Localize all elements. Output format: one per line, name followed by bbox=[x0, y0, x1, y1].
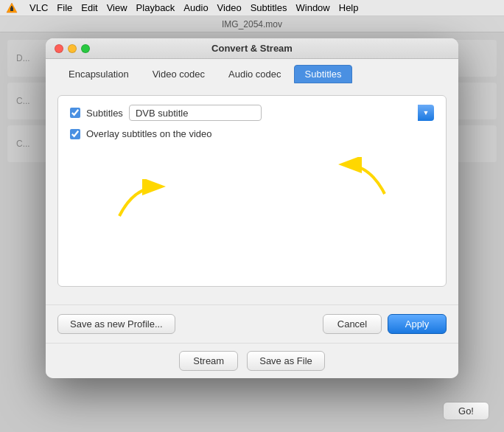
save-as-file-button[interactable]: Save as File bbox=[247, 351, 325, 371]
apply-button[interactable]: Apply bbox=[388, 314, 447, 334]
maximize-button[interactable] bbox=[81, 44, 90, 53]
modal-overlay: Convert & Stream Encapsulation Video cod… bbox=[0, 16, 504, 432]
menu-edit[interactable]: Edit bbox=[81, 2, 97, 13]
menu-view[interactable]: View bbox=[107, 2, 127, 13]
menu-help[interactable]: Help bbox=[339, 2, 359, 13]
dialog-titlebar: Convert & Stream bbox=[46, 38, 458, 59]
stream-button[interactable]: Stream bbox=[179, 351, 238, 371]
cancel-button[interactable]: Cancel bbox=[323, 314, 382, 334]
dialog-title: Convert & Stream bbox=[211, 43, 293, 54]
menu-audio[interactable]: Audio bbox=[183, 2, 208, 13]
traffic-lights bbox=[55, 44, 90, 53]
convert-stream-dialog: Convert & Stream Encapsulation Video cod… bbox=[46, 38, 458, 378]
tab-subtitles[interactable]: Subtitles bbox=[294, 65, 353, 83]
menu-subtitles[interactable]: Subtitles bbox=[251, 2, 287, 13]
tab-video-codec[interactable]: Video codec bbox=[141, 65, 216, 83]
tab-bar: Encapsulation Video codec Audio codec Su… bbox=[46, 59, 458, 83]
select-arrow-icon bbox=[418, 105, 434, 121]
subtitles-label: Subtitles bbox=[86, 108, 123, 119]
dialog-bottom: Stream Save as File bbox=[46, 343, 458, 378]
menu-file[interactable]: File bbox=[57, 2, 72, 13]
menu-window[interactable]: Window bbox=[296, 2, 330, 13]
tab-encapsulation[interactable]: Encapsulation bbox=[57, 65, 140, 83]
menu-playback[interactable]: Playback bbox=[136, 2, 175, 13]
close-button[interactable] bbox=[55, 44, 63, 53]
minimize-button[interactable] bbox=[68, 44, 77, 53]
save-profile-button[interactable]: Save as new Profile... bbox=[57, 314, 175, 334]
footer-right-buttons: Cancel Apply bbox=[323, 314, 447, 334]
overlay-row: Overlay subtitles on the video bbox=[70, 128, 434, 139]
overlay-checkbox[interactable] bbox=[70, 129, 80, 139]
svg-rect-2 bbox=[11, 6, 13, 7]
options-area: Subtitles DVB subtitle WEBVTT SubRip (SR… bbox=[57, 95, 447, 287]
subtitle-select-wrapper: DVB subtitle WEBVTT SubRip (SRT) Advance… bbox=[129, 105, 434, 121]
subtitles-checkbox[interactable] bbox=[70, 108, 80, 118]
overlay-label: Overlay subtitles on the video bbox=[86, 128, 212, 139]
menu-vlc[interactable]: VLC bbox=[29, 2, 48, 13]
dialog-footer: Save as new Profile... Cancel Apply bbox=[46, 304, 458, 343]
menu-video[interactable]: Video bbox=[217, 2, 242, 13]
subtitles-row: Subtitles DVB subtitle WEBVTT SubRip (SR… bbox=[70, 105, 434, 121]
vlc-logo bbox=[6, 2, 18, 14]
subtitle-type-select[interactable]: DVB subtitle WEBVTT SubRip (SRT) Advance… bbox=[129, 105, 262, 121]
svg-rect-1 bbox=[10, 7, 13, 11]
dialog-body: Subtitles DVB subtitle WEBVTT SubRip (SR… bbox=[46, 83, 458, 304]
tab-audio-codec[interactable]: Audio codec bbox=[217, 65, 293, 83]
menu-bar: VLC File Edit View Playback Audio Video … bbox=[0, 0, 504, 16]
